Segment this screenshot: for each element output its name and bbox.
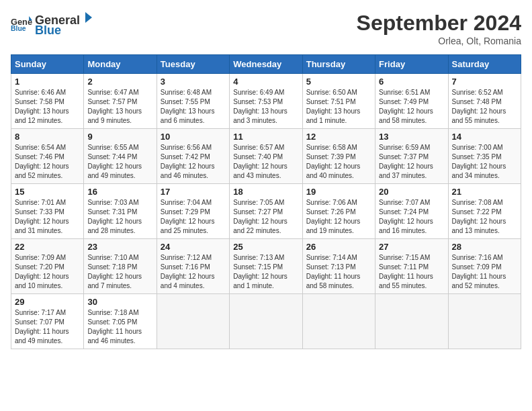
day-number: 17 — [161, 187, 226, 197]
calendar-week-row: 8 Sunrise: 6:54 AM Sunset: 7:46 PM Dayli… — [11, 129, 521, 184]
day-info: Sunrise: 7:05 AM Sunset: 7:27 PM Dayligh… — [233, 198, 298, 236]
calendar-cell: 27 Sunrise: 7:15 AM Sunset: 7:11 PM Dayl… — [375, 239, 448, 294]
calendar-cell: 2 Sunrise: 6:47 AM Sunset: 7:57 PM Dayli… — [84, 74, 157, 129]
calendar-cell: 9 Sunrise: 6:55 AM Sunset: 7:44 PM Dayli… — [84, 129, 157, 184]
month-title: September 2024 — [357, 11, 521, 36]
calendar-cell: 26 Sunrise: 7:14 AM Sunset: 7:13 PM Dayl… — [302, 239, 375, 294]
day-info: Sunrise: 6:47 AM Sunset: 7:57 PM Dayligh… — [87, 88, 152, 126]
svg-marker-3 — [85, 12, 92, 23]
day-number: 26 — [306, 242, 371, 252]
calendar-header-row: Sunday Monday Tuesday Wednesday Thursday… — [11, 55, 521, 74]
calendar-cell: 15 Sunrise: 7:01 AM Sunset: 7:33 PM Dayl… — [11, 184, 84, 239]
day-info: Sunrise: 7:04 AM Sunset: 7:29 PM Dayligh… — [161, 198, 226, 236]
header-wednesday: Wednesday — [230, 55, 302, 74]
day-info: Sunrise: 7:01 AM Sunset: 7:33 PM Dayligh… — [15, 198, 80, 236]
calendar-cell: 18 Sunrise: 7:05 AM Sunset: 7:27 PM Dayl… — [230, 184, 302, 239]
page-header: General Blue General Blue September 2024… — [11, 11, 521, 46]
day-number: 16 — [87, 187, 152, 197]
day-info: Sunrise: 6:59 AM Sunset: 7:37 PM Dayligh… — [379, 143, 444, 181]
day-info: Sunrise: 7:17 AM Sunset: 7:07 PM Dayligh… — [15, 308, 80, 346]
calendar-cell: 21 Sunrise: 7:08 AM Sunset: 7:22 PM Dayl… — [448, 184, 521, 239]
calendar-cell: 13 Sunrise: 6:59 AM Sunset: 7:37 PM Dayl… — [375, 129, 448, 184]
day-number: 9 — [87, 132, 152, 142]
day-number: 10 — [161, 132, 226, 142]
day-number: 25 — [233, 242, 298, 252]
calendar-cell: 10 Sunrise: 6:56 AM Sunset: 7:42 PM Dayl… — [157, 129, 229, 184]
header-thursday: Thursday — [302, 55, 375, 74]
day-number: 1 — [15, 77, 80, 87]
day-number: 2 — [87, 77, 152, 87]
day-number: 29 — [15, 297, 80, 307]
day-info: Sunrise: 7:18 AM Sunset: 7:05 PM Dayligh… — [87, 308, 152, 346]
header-monday: Monday — [84, 55, 157, 74]
day-info: Sunrise: 7:03 AM Sunset: 7:31 PM Dayligh… — [87, 198, 152, 236]
day-info: Sunrise: 6:55 AM Sunset: 7:44 PM Dayligh… — [87, 143, 152, 181]
header-sunday: Sunday — [11, 55, 84, 74]
logo-icon: General Blue — [11, 15, 32, 34]
calendar-cell: 6 Sunrise: 6:51 AM Sunset: 7:49 PM Dayli… — [375, 74, 448, 129]
calendar-cell: 16 Sunrise: 7:03 AM Sunset: 7:31 PM Dayl… — [84, 184, 157, 239]
day-number: 7 — [452, 77, 517, 87]
day-info: Sunrise: 6:48 AM Sunset: 7:55 PM Dayligh… — [161, 88, 226, 126]
title-block: September 2024 Orlea, Olt, Romania — [357, 11, 521, 46]
day-number: 8 — [15, 132, 80, 142]
day-info: Sunrise: 7:15 AM Sunset: 7:11 PM Dayligh… — [379, 253, 444, 291]
calendar-cell: 8 Sunrise: 6:54 AM Sunset: 7:46 PM Dayli… — [11, 129, 84, 184]
day-number: 19 — [306, 187, 371, 197]
calendar-cell: 3 Sunrise: 6:48 AM Sunset: 7:55 PM Dayli… — [157, 74, 229, 129]
calendar-week-row: 1 Sunrise: 6:46 AM Sunset: 7:58 PM Dayli… — [11, 74, 521, 129]
calendar-cell: 11 Sunrise: 6:57 AM Sunset: 7:40 PM Dayl… — [230, 129, 302, 184]
day-info: Sunrise: 6:54 AM Sunset: 7:46 PM Dayligh… — [15, 143, 80, 181]
day-info: Sunrise: 7:16 AM Sunset: 7:09 PM Dayligh… — [452, 253, 517, 291]
calendar-cell — [375, 294, 448, 349]
day-number: 30 — [87, 297, 152, 307]
logo: General Blue General Blue — [11, 11, 93, 38]
day-number: 12 — [306, 132, 371, 142]
calendar-cell — [157, 294, 229, 349]
day-info: Sunrise: 6:49 AM Sunset: 7:53 PM Dayligh… — [233, 88, 298, 126]
day-info: Sunrise: 7:07 AM Sunset: 7:24 PM Dayligh… — [379, 198, 444, 236]
day-number: 5 — [306, 77, 371, 87]
day-info: Sunrise: 6:58 AM Sunset: 7:39 PM Dayligh… — [306, 143, 371, 181]
logo-triangle-icon — [80, 11, 93, 24]
day-info: Sunrise: 7:13 AM Sunset: 7:15 PM Dayligh… — [233, 253, 298, 291]
calendar-cell: 22 Sunrise: 7:09 AM Sunset: 7:20 PM Dayl… — [11, 239, 84, 294]
day-number: 20 — [379, 187, 444, 197]
calendar-cell: 20 Sunrise: 7:07 AM Sunset: 7:24 PM Dayl… — [375, 184, 448, 239]
day-info: Sunrise: 6:51 AM Sunset: 7:49 PM Dayligh… — [379, 88, 444, 126]
calendar-cell: 12 Sunrise: 6:58 AM Sunset: 7:39 PM Dayl… — [302, 129, 375, 184]
day-number: 14 — [452, 132, 517, 142]
day-number: 11 — [233, 132, 298, 142]
calendar-cell: 17 Sunrise: 7:04 AM Sunset: 7:29 PM Dayl… — [157, 184, 229, 239]
day-info: Sunrise: 7:09 AM Sunset: 7:20 PM Dayligh… — [15, 253, 80, 291]
day-info: Sunrise: 6:56 AM Sunset: 7:42 PM Dayligh… — [161, 143, 226, 181]
location-subtitle: Orlea, Olt, Romania — [357, 36, 521, 46]
day-info: Sunrise: 7:10 AM Sunset: 7:18 PM Dayligh… — [87, 253, 152, 291]
calendar-cell: 19 Sunrise: 7:06 AM Sunset: 7:26 PM Dayl… — [302, 184, 375, 239]
header-saturday: Saturday — [448, 55, 521, 74]
day-info: Sunrise: 6:57 AM Sunset: 7:40 PM Dayligh… — [233, 143, 298, 181]
calendar-cell: 25 Sunrise: 7:13 AM Sunset: 7:15 PM Dayl… — [230, 239, 302, 294]
calendar-cell: 14 Sunrise: 7:00 AM Sunset: 7:35 PM Dayl… — [448, 129, 521, 184]
calendar-cell — [448, 294, 521, 349]
day-info: Sunrise: 7:12 AM Sunset: 7:16 PM Dayligh… — [161, 253, 226, 291]
calendar-cell: 24 Sunrise: 7:12 AM Sunset: 7:16 PM Dayl… — [157, 239, 229, 294]
day-number: 24 — [161, 242, 226, 252]
day-number: 23 — [87, 242, 152, 252]
day-info: Sunrise: 7:06 AM Sunset: 7:26 PM Dayligh… — [306, 198, 371, 236]
day-info: Sunrise: 6:52 AM Sunset: 7:48 PM Dayligh… — [452, 88, 517, 126]
header-tuesday: Tuesday — [157, 55, 229, 74]
header-friday: Friday — [375, 55, 448, 74]
calendar-week-row: 29 Sunrise: 7:17 AM Sunset: 7:07 PM Dayl… — [11, 294, 521, 349]
day-number: 4 — [233, 77, 298, 87]
day-info: Sunrise: 6:46 AM Sunset: 7:58 PM Dayligh… — [15, 88, 80, 126]
calendar-cell — [230, 294, 302, 349]
day-number: 3 — [161, 77, 226, 87]
day-info: Sunrise: 7:14 AM Sunset: 7:13 PM Dayligh… — [306, 253, 371, 291]
calendar-cell: 29 Sunrise: 7:17 AM Sunset: 7:07 PM Dayl… — [11, 294, 84, 349]
day-number: 18 — [233, 187, 298, 197]
calendar-table: Sunday Monday Tuesday Wednesday Thursday… — [11, 54, 521, 349]
day-number: 15 — [15, 187, 80, 197]
day-info: Sunrise: 6:50 AM Sunset: 7:51 PM Dayligh… — [306, 88, 371, 126]
calendar-cell: 23 Sunrise: 7:10 AM Sunset: 7:18 PM Dayl… — [84, 239, 157, 294]
